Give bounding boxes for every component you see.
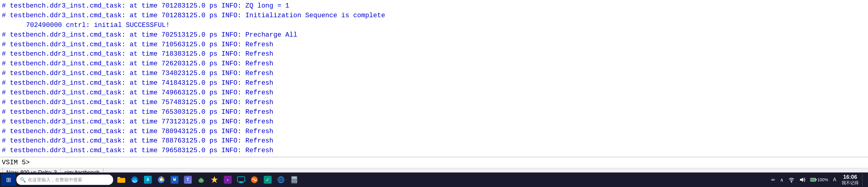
log-line: 702490000 cntrl: initial SUCCESSFUL! — [2, 21, 866, 30]
log-line: # testbench.ddr3_inst.cmd_task: at time … — [2, 11, 866, 21]
volume-icon — [799, 177, 805, 183]
prompt-text: VSIM 5> — [2, 159, 30, 166]
svg-rect-20 — [294, 180, 295, 181]
log-line: # testbench.ddr3_inst.cmd_task: at time … — [2, 107, 866, 117]
log-line: # testbench.ddr3_inst.cmd_task: at time … — [2, 88, 866, 98]
wifi-icon — [788, 177, 795, 183]
volume-tray-icon[interactable] — [798, 174, 807, 186]
vsim-prompt[interactable]: VSIM 5> — [0, 157, 868, 168]
svg-rect-9 — [238, 177, 245, 182]
battery-tray-item[interactable]: 100% — [808, 174, 830, 186]
battery-icon — [810, 178, 817, 182]
edge-browser-icon[interactable] — [128, 174, 141, 186]
log-line: # testbench.ddr3_inst.cmd_task: at time … — [2, 30, 866, 40]
log-line: # testbench.ddr3_inst.cmd_task: at time … — [2, 69, 866, 79]
green-app-icon[interactable] — [195, 174, 208, 186]
svg-rect-28 — [810, 179, 815, 181]
svg-marker-26 — [800, 178, 803, 182]
file-explorer-icon[interactable] — [115, 174, 128, 186]
log-line: # testbench.ddr3_inst.cmd_task: at time … — [2, 1, 866, 11]
log-line: # testbench.ddr3_inst.cmd_task: at time … — [2, 79, 866, 88]
show-desktop-button[interactable] — [862, 174, 867, 186]
tray-expand-icon[interactable]: ∧ — [778, 174, 785, 186]
word-icon[interactable]: W — [168, 174, 181, 186]
svg-rect-22 — [292, 181, 293, 182]
log-line: # testbench.ddr3_inst.cmd_task: at time … — [2, 59, 866, 69]
svg-rect-21 — [296, 180, 297, 181]
log-line: # testbench.ddr3_inst.cmd_task: at time … — [2, 127, 866, 136]
svg-rect-11 — [239, 183, 244, 183]
calculator-icon[interactable] — [288, 174, 301, 186]
pencil-icon: ✏ — [771, 177, 775, 183]
search-placeholder-text: 在这里输入，在整箱中搜索 — [28, 177, 82, 183]
log-line: # testbench.ddr3_inst.cmd_task: at time … — [2, 40, 866, 50]
sketch-icon[interactable] — [208, 174, 221, 186]
terminal-output: # testbench.ddr3_inst.cmd_task: at time … — [0, 0, 868, 157]
log-line: # testbench.ddr3_inst.cmd_task: at time … — [2, 136, 866, 146]
svg-rect-2 — [117, 177, 120, 179]
log-line: # testbench.ddr3_inst.cmd_task: at time … — [2, 49, 866, 59]
search-icon: 🔍 — [20, 177, 26, 183]
log-line: # testbench.ddr3_inst.cmd_task: at time … — [2, 117, 866, 127]
chevron-up-icon: ∧ — [780, 177, 784, 183]
ime-icon[interactable]: A — [831, 174, 838, 186]
monitor-icon[interactable] — [235, 174, 247, 186]
clock-time: 16:06 — [842, 174, 859, 181]
network-icon[interactable] — [275, 174, 287, 186]
purple-app-icon[interactable]: ✦ — [221, 174, 234, 186]
browser-icon[interactable] — [155, 174, 167, 186]
log-line: # testbench.ddr3_inst.cmd_task: at time … — [2, 146, 866, 156]
teams-icon[interactable]: T — [182, 174, 194, 186]
clock[interactable]: 16:06 我不记得 — [839, 174, 861, 186]
svg-marker-8 — [211, 177, 218, 183]
taskbar[interactable]: ⊞ 🔍 在这里输入，在整箱中搜索 A — [0, 173, 868, 187]
todo-icon[interactable]: ✓ — [261, 174, 274, 186]
svg-rect-29 — [816, 179, 816, 180]
network-tray-icon[interactable] — [787, 174, 796, 186]
search-bar[interactable]: 🔍 在这里输入，在整箱中搜索 — [16, 175, 113, 185]
svg-rect-23 — [294, 181, 295, 182]
system-tray: ✏ ∧ — [769, 174, 867, 186]
svg-point-25 — [791, 182, 792, 183]
battery-percent: 100% — [817, 177, 828, 182]
start-button[interactable]: ⊞ — [1, 174, 16, 186]
clock-date: 我不记得 — [842, 180, 859, 186]
svg-rect-10 — [240, 182, 243, 183]
app-icon-1[interactable]: A — [142, 174, 154, 186]
keyboard-icon: A — [833, 177, 836, 183]
orange-app-icon[interactable] — [248, 174, 261, 186]
pinned-apps: A W T — [115, 174, 301, 186]
svg-rect-18 — [292, 177, 297, 179]
svg-rect-19 — [292, 180, 293, 181]
svg-rect-24 — [296, 181, 297, 182]
log-line: # testbench.ddr3_inst.cmd_task: at time … — [2, 98, 866, 107]
edit-tray-icon[interactable]: ✏ — [769, 174, 777, 186]
windows-icon: ⊞ — [6, 176, 11, 183]
